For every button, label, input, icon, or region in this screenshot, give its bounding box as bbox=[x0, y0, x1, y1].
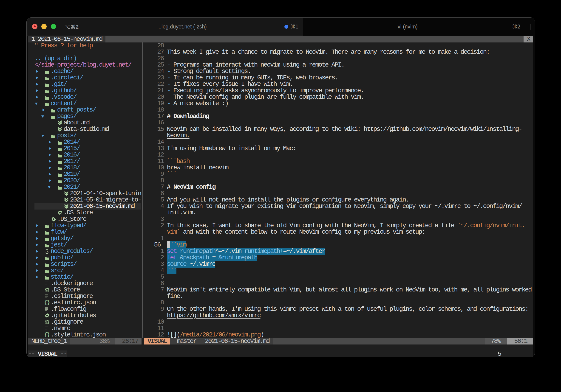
svg-text:JS: JS bbox=[46, 250, 48, 253]
